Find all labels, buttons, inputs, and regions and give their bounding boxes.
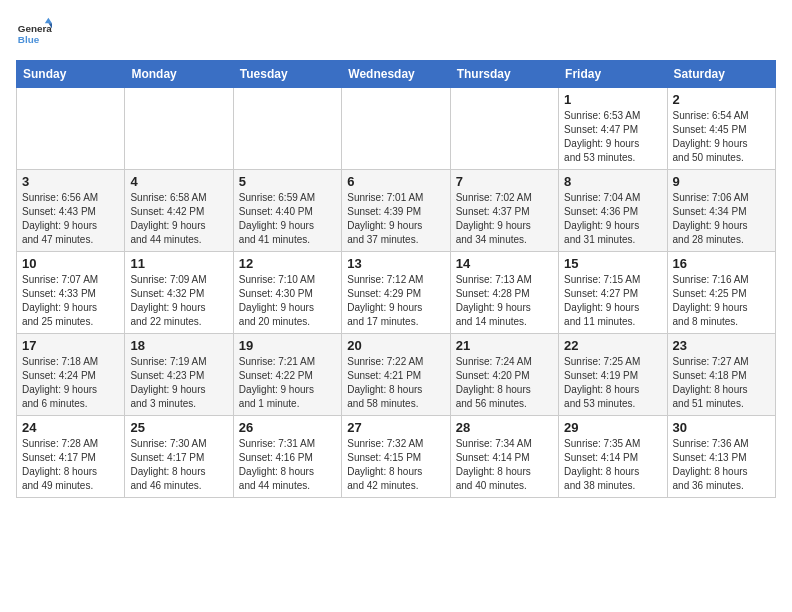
- day-number: 13: [347, 256, 444, 271]
- calendar-cell: 9Sunrise: 7:06 AM Sunset: 4:34 PM Daylig…: [667, 170, 775, 252]
- calendar-cell: 6Sunrise: 7:01 AM Sunset: 4:39 PM Daylig…: [342, 170, 450, 252]
- calendar-cell: 5Sunrise: 6:59 AM Sunset: 4:40 PM Daylig…: [233, 170, 341, 252]
- day-number: 20: [347, 338, 444, 353]
- calendar-cell: 29Sunrise: 7:35 AM Sunset: 4:14 PM Dayli…: [559, 416, 667, 498]
- calendar-cell: 3Sunrise: 6:56 AM Sunset: 4:43 PM Daylig…: [17, 170, 125, 252]
- weekday-header-tuesday: Tuesday: [233, 61, 341, 88]
- calendar-week-2: 3Sunrise: 6:56 AM Sunset: 4:43 PM Daylig…: [17, 170, 776, 252]
- day-number: 17: [22, 338, 119, 353]
- day-number: 16: [673, 256, 770, 271]
- calendar-cell: [233, 88, 341, 170]
- day-info: Sunrise: 6:59 AM Sunset: 4:40 PM Dayligh…: [239, 191, 336, 247]
- calendar-cell: 8Sunrise: 7:04 AM Sunset: 4:36 PM Daylig…: [559, 170, 667, 252]
- calendar-cell: 14Sunrise: 7:13 AM Sunset: 4:28 PM Dayli…: [450, 252, 558, 334]
- day-number: 28: [456, 420, 553, 435]
- day-number: 30: [673, 420, 770, 435]
- day-info: Sunrise: 7:15 AM Sunset: 4:27 PM Dayligh…: [564, 273, 661, 329]
- day-info: Sunrise: 7:09 AM Sunset: 4:32 PM Dayligh…: [130, 273, 227, 329]
- calendar-cell: [342, 88, 450, 170]
- logo-icon: General Blue: [16, 16, 52, 52]
- day-info: Sunrise: 6:58 AM Sunset: 4:42 PM Dayligh…: [130, 191, 227, 247]
- day-info: Sunrise: 6:53 AM Sunset: 4:47 PM Dayligh…: [564, 109, 661, 165]
- day-number: 2: [673, 92, 770, 107]
- day-info: Sunrise: 7:12 AM Sunset: 4:29 PM Dayligh…: [347, 273, 444, 329]
- day-info: Sunrise: 7:07 AM Sunset: 4:33 PM Dayligh…: [22, 273, 119, 329]
- day-info: Sunrise: 7:32 AM Sunset: 4:15 PM Dayligh…: [347, 437, 444, 493]
- day-number: 18: [130, 338, 227, 353]
- calendar-cell: 22Sunrise: 7:25 AM Sunset: 4:19 PM Dayli…: [559, 334, 667, 416]
- day-info: Sunrise: 7:22 AM Sunset: 4:21 PM Dayligh…: [347, 355, 444, 411]
- calendar-table: SundayMondayTuesdayWednesdayThursdayFrid…: [16, 60, 776, 498]
- day-number: 11: [130, 256, 227, 271]
- logo: General Blue: [16, 16, 52, 52]
- weekday-header-sunday: Sunday: [17, 61, 125, 88]
- day-info: Sunrise: 7:27 AM Sunset: 4:18 PM Dayligh…: [673, 355, 770, 411]
- calendar-cell: 2Sunrise: 6:54 AM Sunset: 4:45 PM Daylig…: [667, 88, 775, 170]
- calendar-cell: [17, 88, 125, 170]
- day-number: 10: [22, 256, 119, 271]
- calendar-cell: 19Sunrise: 7:21 AM Sunset: 4:22 PM Dayli…: [233, 334, 341, 416]
- day-number: 25: [130, 420, 227, 435]
- day-number: 4: [130, 174, 227, 189]
- calendar-cell: 11Sunrise: 7:09 AM Sunset: 4:32 PM Dayli…: [125, 252, 233, 334]
- day-number: 21: [456, 338, 553, 353]
- calendar-cell: 21Sunrise: 7:24 AM Sunset: 4:20 PM Dayli…: [450, 334, 558, 416]
- calendar-week-4: 17Sunrise: 7:18 AM Sunset: 4:24 PM Dayli…: [17, 334, 776, 416]
- day-info: Sunrise: 7:25 AM Sunset: 4:19 PM Dayligh…: [564, 355, 661, 411]
- calendar-cell: 10Sunrise: 7:07 AM Sunset: 4:33 PM Dayli…: [17, 252, 125, 334]
- day-info: Sunrise: 7:19 AM Sunset: 4:23 PM Dayligh…: [130, 355, 227, 411]
- calendar-week-3: 10Sunrise: 7:07 AM Sunset: 4:33 PM Dayli…: [17, 252, 776, 334]
- day-number: 24: [22, 420, 119, 435]
- day-number: 1: [564, 92, 661, 107]
- day-number: 23: [673, 338, 770, 353]
- calendar-cell: 27Sunrise: 7:32 AM Sunset: 4:15 PM Dayli…: [342, 416, 450, 498]
- weekday-header-wednesday: Wednesday: [342, 61, 450, 88]
- day-number: 9: [673, 174, 770, 189]
- calendar-cell: 13Sunrise: 7:12 AM Sunset: 4:29 PM Dayli…: [342, 252, 450, 334]
- svg-text:General: General: [18, 23, 52, 34]
- calendar-cell: [450, 88, 558, 170]
- day-info: Sunrise: 7:21 AM Sunset: 4:22 PM Dayligh…: [239, 355, 336, 411]
- weekday-header-saturday: Saturday: [667, 61, 775, 88]
- day-info: Sunrise: 7:06 AM Sunset: 4:34 PM Dayligh…: [673, 191, 770, 247]
- calendar-cell: 16Sunrise: 7:16 AM Sunset: 4:25 PM Dayli…: [667, 252, 775, 334]
- day-info: Sunrise: 7:18 AM Sunset: 4:24 PM Dayligh…: [22, 355, 119, 411]
- day-number: 19: [239, 338, 336, 353]
- day-info: Sunrise: 6:54 AM Sunset: 4:45 PM Dayligh…: [673, 109, 770, 165]
- weekday-header-row: SundayMondayTuesdayWednesdayThursdayFrid…: [17, 61, 776, 88]
- calendar-cell: 18Sunrise: 7:19 AM Sunset: 4:23 PM Dayli…: [125, 334, 233, 416]
- day-number: 14: [456, 256, 553, 271]
- calendar-cell: 17Sunrise: 7:18 AM Sunset: 4:24 PM Dayli…: [17, 334, 125, 416]
- day-info: Sunrise: 7:16 AM Sunset: 4:25 PM Dayligh…: [673, 273, 770, 329]
- day-number: 6: [347, 174, 444, 189]
- day-number: 29: [564, 420, 661, 435]
- day-number: 5: [239, 174, 336, 189]
- day-info: Sunrise: 7:36 AM Sunset: 4:13 PM Dayligh…: [673, 437, 770, 493]
- day-number: 7: [456, 174, 553, 189]
- day-info: Sunrise: 7:35 AM Sunset: 4:14 PM Dayligh…: [564, 437, 661, 493]
- calendar-cell: 1Sunrise: 6:53 AM Sunset: 4:47 PM Daylig…: [559, 88, 667, 170]
- calendar-cell: [125, 88, 233, 170]
- day-info: Sunrise: 7:10 AM Sunset: 4:30 PM Dayligh…: [239, 273, 336, 329]
- day-info: Sunrise: 7:28 AM Sunset: 4:17 PM Dayligh…: [22, 437, 119, 493]
- day-number: 12: [239, 256, 336, 271]
- day-number: 26: [239, 420, 336, 435]
- day-info: Sunrise: 7:34 AM Sunset: 4:14 PM Dayligh…: [456, 437, 553, 493]
- day-number: 22: [564, 338, 661, 353]
- calendar-cell: 26Sunrise: 7:31 AM Sunset: 4:16 PM Dayli…: [233, 416, 341, 498]
- day-info: Sunrise: 7:31 AM Sunset: 4:16 PM Dayligh…: [239, 437, 336, 493]
- day-info: Sunrise: 7:04 AM Sunset: 4:36 PM Dayligh…: [564, 191, 661, 247]
- day-info: Sunrise: 7:13 AM Sunset: 4:28 PM Dayligh…: [456, 273, 553, 329]
- calendar-week-5: 24Sunrise: 7:28 AM Sunset: 4:17 PM Dayli…: [17, 416, 776, 498]
- calendar-cell: 24Sunrise: 7:28 AM Sunset: 4:17 PM Dayli…: [17, 416, 125, 498]
- day-info: Sunrise: 7:30 AM Sunset: 4:17 PM Dayligh…: [130, 437, 227, 493]
- calendar-cell: 30Sunrise: 7:36 AM Sunset: 4:13 PM Dayli…: [667, 416, 775, 498]
- day-info: Sunrise: 7:01 AM Sunset: 4:39 PM Dayligh…: [347, 191, 444, 247]
- calendar-cell: 15Sunrise: 7:15 AM Sunset: 4:27 PM Dayli…: [559, 252, 667, 334]
- calendar-cell: 23Sunrise: 7:27 AM Sunset: 4:18 PM Dayli…: [667, 334, 775, 416]
- calendar-cell: 12Sunrise: 7:10 AM Sunset: 4:30 PM Dayli…: [233, 252, 341, 334]
- day-number: 3: [22, 174, 119, 189]
- weekday-header-thursday: Thursday: [450, 61, 558, 88]
- calendar-week-1: 1Sunrise: 6:53 AM Sunset: 4:47 PM Daylig…: [17, 88, 776, 170]
- day-number: 8: [564, 174, 661, 189]
